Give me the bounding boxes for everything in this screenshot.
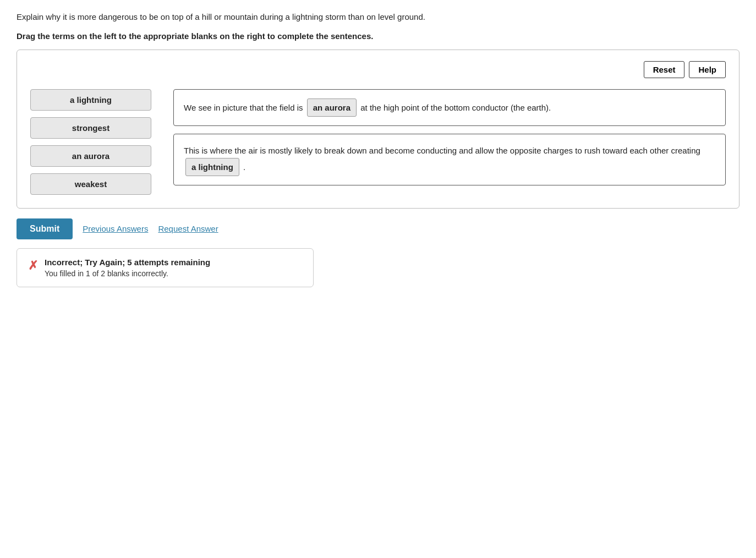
submit-button[interactable]: Submit: [17, 218, 73, 239]
instruction-text: Drag the terms on the left to the approp…: [17, 31, 739, 41]
sentence-1-after: at the high point of the bottom conducto…: [360, 103, 551, 112]
feedback-title: Incorrect; Try Again; 5 attempts remaini…: [45, 258, 210, 267]
term-weakest[interactable]: weakest: [30, 173, 151, 195]
term-a-lightning[interactable]: a lightning: [30, 89, 151, 111]
sentence-box-1: We see in picture that the field is an a…: [173, 89, 726, 126]
feedback-box: ✗ Incorrect; Try Again; 5 attempts remai…: [17, 248, 314, 287]
term-strongest[interactable]: strongest: [30, 117, 151, 139]
request-answer-button[interactable]: Request Answer: [158, 224, 218, 233]
feedback-content: Incorrect; Try Again; 5 attempts remaini…: [45, 258, 210, 278]
terms-column: a lightning strongest an aurora weakest: [30, 89, 151, 195]
sentence-1-before: We see in picture that the field is: [184, 103, 303, 112]
drag-area: a lightning strongest an aurora weakest …: [30, 89, 726, 195]
incorrect-icon: ✗: [28, 259, 38, 273]
sentence-box-2: This is where the air is mostly likely t…: [173, 134, 726, 185]
drag-drop-container: Reset Help a lightning strongest an auro…: [17, 50, 739, 209]
sentences-column: We see in picture that the field is an a…: [173, 89, 726, 185]
sentence-1-blank[interactable]: an aurora: [307, 99, 357, 117]
top-buttons: Reset Help: [30, 61, 726, 78]
sentence-2-blank[interactable]: a lightning: [185, 158, 239, 176]
question-text: Explain why it is more dangerous to be o…: [17, 11, 739, 24]
sentence-2-after: .: [243, 162, 245, 172]
previous-answers-button[interactable]: Previous Answers: [83, 224, 148, 233]
sentence-2-before: This is where the air is mostly likely t…: [184, 146, 700, 155]
help-button[interactable]: Help: [689, 61, 726, 78]
reset-button[interactable]: Reset: [644, 61, 685, 78]
feedback-description: You filled in 1 of 2 blanks incorrectly.: [45, 269, 210, 278]
term-an-aurora[interactable]: an aurora: [30, 145, 151, 167]
action-row: Submit Previous Answers Request Answer: [17, 218, 739, 239]
